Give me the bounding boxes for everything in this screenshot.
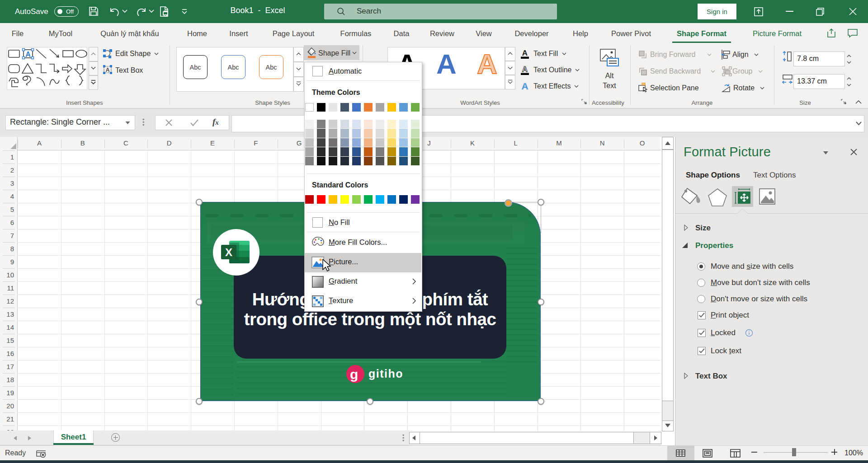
svg-text:X: X [225,246,232,258]
svg-text:A: A [521,81,528,91]
svg-text:A: A [522,65,528,74]
svg-text:A: A [522,49,528,57]
svg-text:A: A [106,67,110,73]
svg-text:A: A [25,51,31,58]
